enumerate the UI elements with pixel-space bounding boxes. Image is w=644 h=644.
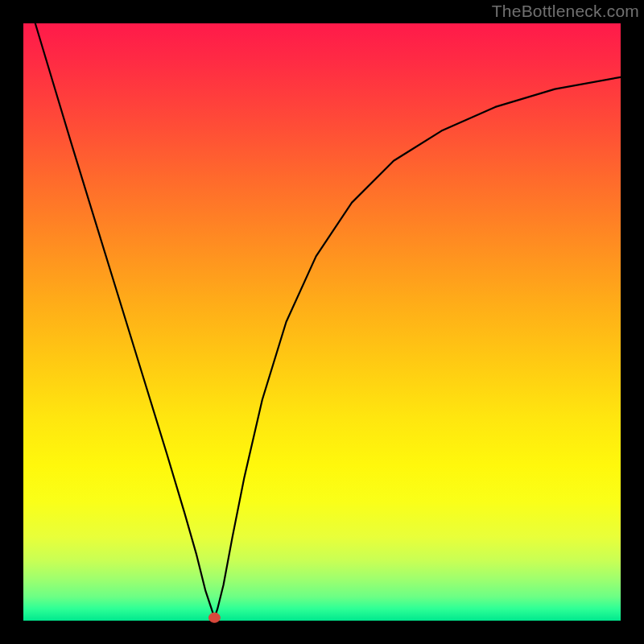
watermark-text: TheBottleneck.com	[492, 2, 639, 21]
plot-area	[23, 23, 621, 621]
minimum-marker	[208, 613, 220, 622]
bottleneck-curve	[35, 23, 621, 617]
chart-frame: TheBottleneck.com	[0, 0, 644, 644]
curve-svg	[23, 23, 621, 621]
